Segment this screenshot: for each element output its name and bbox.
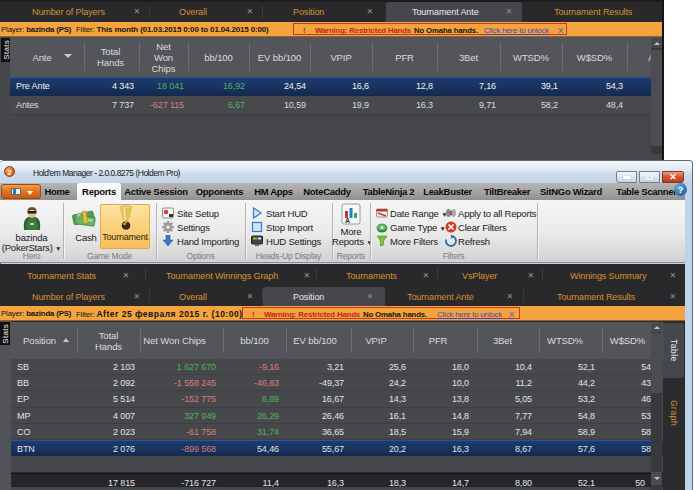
svg-text:A: A bbox=[345, 217, 350, 224]
